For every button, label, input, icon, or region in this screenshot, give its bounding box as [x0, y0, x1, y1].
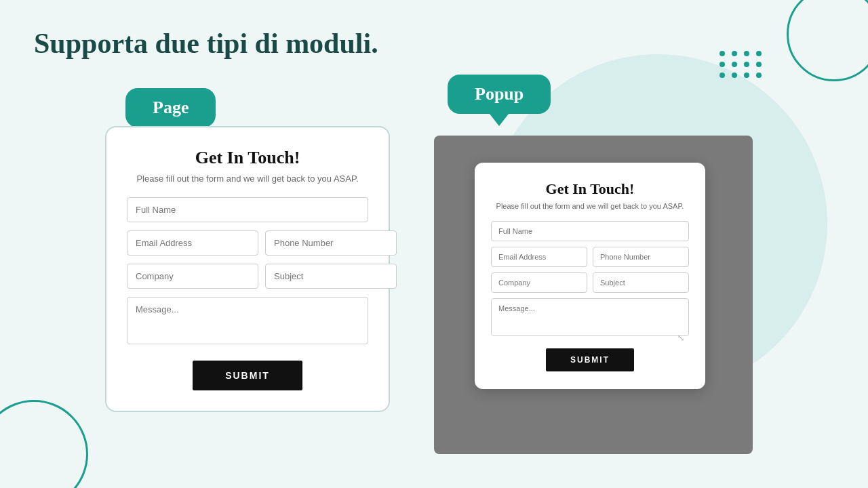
- popup-fullname-input[interactable]: [491, 221, 689, 241]
- page-company-subject-row: [127, 264, 368, 289]
- popup-message-wrapper: ⤡: [491, 298, 689, 346]
- page-bubble-label: Page: [153, 98, 189, 117]
- page-form-card: Get In Touch! Please fill out the form a…: [105, 126, 390, 412]
- page-bubble: Page: [125, 88, 216, 127]
- popup-outer: Popup Get In Touch! Please fill out the …: [434, 136, 753, 454]
- page-subject-input[interactable]: [265, 264, 397, 289]
- page-email-input[interactable]: [127, 230, 258, 256]
- page-form-subtitle: Please fill out the form and we will get…: [127, 174, 368, 184]
- deco-circle-top-right: [787, 0, 868, 81]
- popup-email-phone-row: [491, 247, 689, 267]
- popup-email-input[interactable]: [491, 247, 587, 267]
- popup-form-card: Get In Touch! Please fill out the form a…: [475, 163, 705, 389]
- popup-subject-input[interactable]: [593, 272, 689, 293]
- popup-form-title: Get In Touch!: [491, 180, 689, 198]
- deco-dots: [719, 51, 763, 78]
- page-submit-button[interactable]: SUBMIT: [193, 361, 302, 390]
- page-form-title: Get In Touch!: [127, 148, 368, 168]
- page-form-container: Page Get In Touch! Please fill out the f…: [105, 88, 390, 412]
- page-email-phone-row: [127, 230, 368, 256]
- page-message-textarea[interactable]: [127, 297, 368, 344]
- page-message-wrapper: [127, 297, 368, 355]
- popup-company-input[interactable]: [491, 272, 587, 293]
- popup-company-subject-row: [491, 272, 689, 293]
- page-fullname-input[interactable]: [127, 197, 368, 222]
- popup-bubble: Popup: [448, 75, 551, 114]
- popup-submit-button[interactable]: SUBMIT: [546, 348, 634, 371]
- popup-form-subtitle: Please fill out the form and we will get…: [491, 202, 689, 210]
- page-title: Supporta due tipi di moduli.: [34, 27, 378, 60]
- page-phone-input[interactable]: [265, 230, 397, 256]
- popup-phone-input[interactable]: [593, 247, 689, 267]
- resize-icon: ⤡: [677, 333, 685, 343]
- page-company-input[interactable]: [127, 264, 258, 289]
- popup-message-textarea[interactable]: [491, 298, 689, 336]
- deco-circle-bottom-left: [0, 400, 88, 488]
- popup-bubble-label: Popup: [475, 84, 524, 104]
